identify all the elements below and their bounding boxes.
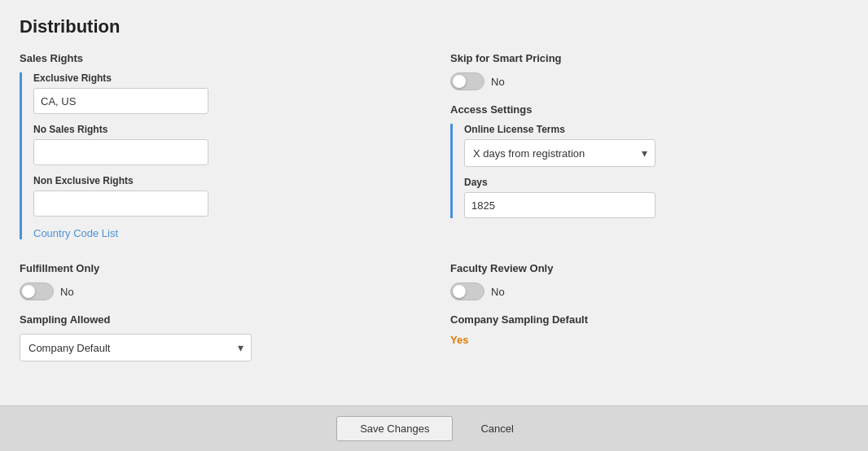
sampling-allowed-section: Sampling Allowed Company Default Yes No … bbox=[20, 313, 418, 361]
non-exclusive-rights-input[interactable] bbox=[33, 190, 208, 217]
save-changes-button[interactable]: Save Changes bbox=[336, 416, 453, 441]
sales-rights-section: Exclusive Rights No Sales Rights Non Exc… bbox=[20, 72, 418, 239]
country-code-link[interactable]: Country Code List bbox=[33, 227, 118, 239]
company-sampling-default-section: Company Sampling Default Yes bbox=[450, 313, 848, 361]
skip-toggle-label: No bbox=[491, 76, 505, 88]
skip-toggle-container: No bbox=[450, 72, 848, 90]
access-settings-title: Access Settings bbox=[450, 103, 848, 116]
days-input[interactable] bbox=[464, 192, 655, 218]
skip-smart-pricing-label: Skip for Smart Pricing bbox=[450, 52, 848, 64]
main-two-col: Sales Rights Exclusive Rights No Sales R… bbox=[20, 52, 848, 247]
faculty-review-section: Faculty Review Only No bbox=[450, 262, 848, 300]
faculty-toggle[interactable] bbox=[450, 282, 484, 300]
no-sales-rights-input[interactable] bbox=[33, 139, 208, 165]
page-title: Distribution bbox=[20, 16, 848, 37]
online-license-terms-wrapper: X days from registration Perpetual Fixed… bbox=[464, 139, 655, 167]
footer: Save Changes Cancel bbox=[0, 405, 868, 451]
right-column: Skip for Smart Pricing No Access Setting… bbox=[450, 52, 848, 247]
sales-rights-title: Sales Rights bbox=[20, 52, 418, 64]
online-license-terms-select[interactable]: X days from registration Perpetual Fixed… bbox=[464, 139, 655, 167]
fulfillment-only-label: Fulfillment Only bbox=[20, 262, 418, 274]
online-license-terms-group: Online License Terms X days from registr… bbox=[464, 124, 848, 167]
distribution-page: Distribution Sales Rights Exclusive Righ… bbox=[0, 0, 868, 451]
faculty-review-label: Faculty Review Only bbox=[450, 262, 848, 274]
exclusive-rights-label: Exclusive Rights bbox=[33, 72, 418, 84]
sampling-row: Sampling Allowed Company Default Yes No … bbox=[20, 313, 848, 361]
fulfillment-toggle-label: No bbox=[60, 286, 74, 298]
skip-toggle[interactable] bbox=[450, 72, 484, 90]
days-group: Days bbox=[464, 177, 848, 218]
main-content: Distribution Sales Rights Exclusive Righ… bbox=[0, 0, 868, 405]
company-sampling-default-value: Yes bbox=[450, 334, 848, 346]
non-exclusive-rights-group: Non Exclusive Rights bbox=[33, 175, 418, 217]
skip-smart-pricing-section: Skip for Smart Pricing No bbox=[450, 52, 848, 90]
no-sales-rights-label: No Sales Rights bbox=[33, 124, 418, 135]
sampling-allowed-select[interactable]: Company Default Yes No bbox=[20, 334, 252, 361]
skip-toggle-knob bbox=[453, 75, 466, 88]
company-sampling-default-label: Company Sampling Default bbox=[450, 313, 848, 326]
fulfillment-toggle-container: No bbox=[20, 282, 418, 300]
online-license-terms-label: Online License Terms bbox=[464, 124, 848, 135]
sampling-allowed-wrapper: Company Default Yes No ▾ bbox=[20, 334, 252, 361]
left-column: Sales Rights Exclusive Rights No Sales R… bbox=[20, 52, 418, 247]
faculty-toggle-container: No bbox=[450, 282, 848, 300]
sampling-allowed-label: Sampling Allowed bbox=[20, 313, 418, 326]
fulfillment-toggle-knob bbox=[22, 285, 35, 298]
access-settings-section: Online License Terms X days from registr… bbox=[450, 124, 848, 218]
non-exclusive-rights-label: Non Exclusive Rights bbox=[33, 175, 418, 186]
fulfillment-only-section: Fulfillment Only No bbox=[20, 262, 418, 300]
bottom-row: Fulfillment Only No Faculty Review Only … bbox=[20, 262, 848, 300]
days-label: Days bbox=[464, 177, 848, 188]
cancel-button[interactable]: Cancel bbox=[462, 417, 531, 440]
exclusive-rights-group: Exclusive Rights bbox=[33, 72, 418, 114]
no-sales-rights-group: No Sales Rights bbox=[33, 124, 418, 165]
faculty-toggle-label: No bbox=[491, 286, 505, 298]
exclusive-rights-input[interactable] bbox=[33, 88, 208, 114]
faculty-toggle-knob bbox=[453, 285, 466, 298]
fulfillment-toggle[interactable] bbox=[20, 282, 54, 300]
